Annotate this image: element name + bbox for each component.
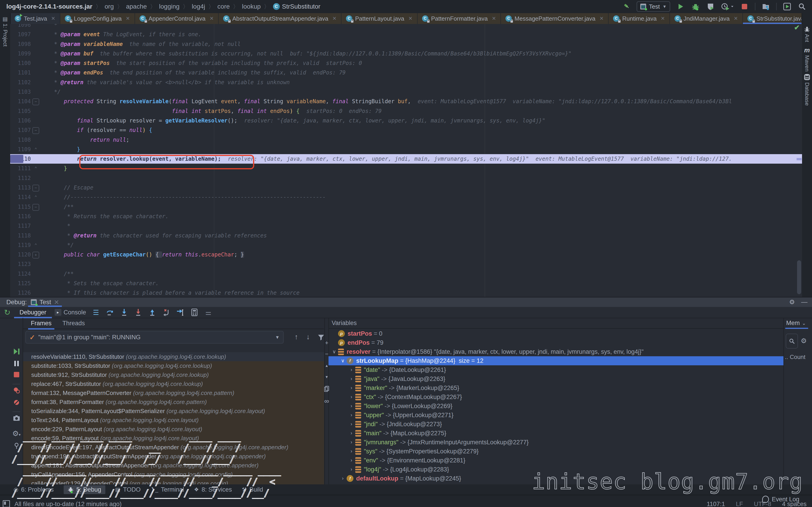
stack-frame[interactable]: append:181, AbstractOutputStreamAppender… (23, 461, 324, 470)
build-hammer-icon[interactable] (622, 2, 631, 11)
tab-console[interactable]: ▸ Console (55, 309, 86, 316)
editor-tab-LoggerConfig.java[interactable]: CLoggerConfig.java✕ (60, 13, 135, 24)
minimize-icon[interactable]: — (801, 298, 807, 306)
fold-marker[interactable]: ⌃ (31, 240, 41, 250)
close-icon[interactable]: ✕ (408, 16, 412, 21)
editor-line-1100[interactable]: 1100 * @param startPos the start positio… (10, 58, 802, 68)
variable-row[interactable]: ›"main" -> {MapLookup@2275} (328, 429, 783, 438)
editor-line-1106[interactable]: 1106 final StrLookup resolver = getVaria… (10, 116, 802, 125)
editor-tab-JndiManager.java[interactable]: CJndiManager.java✕ (670, 13, 743, 24)
editor-line-1123[interactable]: 1123 (10, 260, 802, 269)
run-with-coverage-button[interactable] (706, 2, 715, 11)
editor-line-1097[interactable]: 1097 * @param event The LogEvent, if the… (10, 30, 802, 39)
drop-frame-icon[interactable] (162, 308, 170, 317)
frame-down-icon[interactable]: ↓ (306, 333, 310, 341)
pause-icon[interactable] (14, 360, 19, 367)
breadcrumb-item[interactable]: logging (159, 3, 180, 10)
editor-tab-PatternFormatter.java[interactable]: CPatternFormatter.java✕ (417, 13, 501, 24)
tab-memory[interactable]: Mem⌄ (786, 320, 806, 327)
editor-line-1104[interactable]: 1104− protected String resolveVariable(f… (10, 97, 802, 106)
stop-button[interactable] (740, 2, 749, 11)
tab-frames[interactable]: Frames (31, 320, 52, 327)
fold-marker[interactable]: − (31, 97, 41, 106)
remove-watch-icon[interactable]: − (325, 351, 328, 357)
stack-frame[interactable]: substitute:912, StrSubstitutor (org.apac… (23, 370, 324, 379)
code-editor[interactable]: 1096 *1097 * @param event The LogEvent, … (10, 24, 802, 297)
breadcrumb-root[interactable]: log4j-core-2.14.1-sources.jar (6, 3, 92, 10)
toolwindow-button-8: Services[interactable]: ❖8: Services (194, 486, 232, 493)
editor-line-1098[interactable]: 1098 * @param variableName the name of t… (10, 39, 802, 49)
sidebar-item-maven[interactable]: Maven (804, 55, 810, 71)
run-to-cursor-icon[interactable] (176, 308, 185, 317)
ant-icon[interactable] (804, 26, 810, 32)
rerun-icon[interactable]: ↻ (3, 308, 11, 317)
editor-line-1096[interactable]: 1096 * (10, 24, 802, 30)
toolwindow-button-Build[interactable]: ⚒Build (242, 486, 263, 493)
close-icon[interactable]: ✕ (54, 298, 59, 306)
editor-line-1117[interactable]: 1117 * (10, 221, 802, 231)
breadcrumb-item[interactable]: lookup (242, 3, 261, 10)
search-everywhere-icon[interactable] (798, 2, 807, 11)
step-out-icon[interactable] (148, 308, 156, 317)
editor-tab-AppenderControl.java[interactable]: CAppenderControl.java✕ (135, 13, 219, 24)
fold-marker[interactable]: ⌃ (31, 192, 41, 202)
editor-line-1101[interactable]: 1101 * @param endPos the end position of… (10, 68, 802, 77)
stack-frame[interactable]: substitute:1033, StrSubstitutor (org.apa… (23, 361, 324, 370)
variable-row[interactable]: pstartPos = 0 (328, 329, 783, 338)
close-icon[interactable]: ✕ (126, 16, 130, 21)
memory-search-button[interactable] (786, 334, 798, 349)
breadcrumb-item[interactable]: core (217, 3, 230, 10)
variable-row[interactable]: ›"date" -> {DateLookup@2261} (328, 365, 783, 374)
editor-line-1112[interactable]: 1112 (10, 173, 802, 183)
editor-line-1103[interactable]: 1103 */ (10, 87, 802, 97)
stack-frame[interactable]: toText:244, PatternLayout (org.apache.lo… (23, 415, 324, 425)
editor-tab-Test.java[interactable]: CTest.java✕ (10, 13, 60, 24)
editor-line-1119[interactable]: 1119⌃ */ (10, 240, 802, 250)
fold-marker[interactable]: ⌃ (31, 145, 41, 154)
editor-line-1116[interactable]: 1116 * Returns the escape character. (10, 212, 802, 221)
toolwindows-icon[interactable] (761, 2, 770, 11)
editor-tab-AbstractOutputStreamAppender.java[interactable]: CAbstractOutputStreamAppender.java✕ (219, 13, 342, 24)
variable-row[interactable]: ›"jndi" -> {JndiLookup@2273} (328, 419, 783, 429)
editor-tab-Runtime.java[interactable]: CRuntime.java✕ (609, 13, 670, 24)
thread-dump-camera-icon[interactable] (13, 415, 20, 421)
profiler-button[interactable] (721, 2, 734, 11)
sidebar-item-ant[interactable]: Ant (804, 34, 810, 42)
stack-frame[interactable]: resolveVariable:1110, StrSubstitutor (or… (23, 352, 324, 361)
force-step-into-icon[interactable] (134, 308, 142, 317)
project-tool-icon[interactable]: ▤ (2, 16, 8, 22)
editor-line-1114[interactable]: 1114⌃ //--------------------------------… (10, 192, 802, 202)
pin-icon[interactable] (14, 443, 19, 449)
editor-line-1102[interactable]: 1102 * @return the variable's value or <… (10, 78, 802, 87)
stack-frame[interactable]: callAppender0:129, AppenderControl (org.… (23, 479, 324, 485)
editor-line-1099[interactable]: 1099 * @param buf the buffer where the s… (10, 49, 802, 58)
breadcrumb-current[interactable]: CStrSubstitutor (273, 3, 320, 10)
breadcrumb[interactable]: log4j-core-2.14.1-sources.jar〉org〉apache… (6, 3, 320, 11)
editor-line-1105[interactable]: 1105 final int startPos, final int endPo… (10, 106, 802, 116)
stop-debug-icon[interactable] (14, 372, 19, 378)
variable-row[interactable]: ∨fstrLookupMap = {HashMap@2244} size = 1… (328, 356, 783, 365)
add-watch-icon[interactable]: + (325, 339, 328, 346)
database-icon[interactable] (804, 74, 810, 80)
mute-breakpoints-icon[interactable] (13, 399, 20, 406)
editor-line-1125[interactable]: 1125 * Sets the escape character. (10, 279, 802, 288)
variable-row[interactable]: ›"log4j" -> {Log4jLookup@2283} (328, 465, 783, 474)
stack-frame[interactable]: toSerializable:344, PatternLayout$Patter… (23, 406, 324, 415)
variable-row[interactable]: ›"lower" -> {LowerLookup@2269} (328, 401, 783, 410)
close-icon[interactable]: ✕ (333, 16, 337, 21)
fold-marker[interactable]: − (31, 183, 41, 192)
close-icon[interactable]: ✕ (210, 16, 214, 21)
stack-frame[interactable]: format:38, PatternFormatter (org.apache.… (23, 397, 324, 406)
filter-icon[interactable] (318, 333, 324, 341)
variable-row[interactable]: ›"sys" -> {SystemPropertiesLookup@2279} (328, 447, 783, 456)
resume-icon[interactable] (13, 348, 20, 355)
debug-button[interactable] (691, 2, 700, 11)
editor-scrollbar[interactable] (797, 260, 801, 294)
fold-marker[interactable]: − (31, 125, 41, 135)
maven-icon[interactable]: m (804, 47, 810, 54)
toolwindow-button-Terminal[interactable]: ❯_Terminal (151, 486, 184, 493)
run-configuration-select[interactable]: Test ▼ (637, 1, 670, 12)
editor-line-1107[interactable]: 1107− if (resolver == null) { (10, 125, 802, 135)
breadcrumb-item[interactable]: apache (126, 3, 147, 10)
frame-up-icon[interactable]: ↑ (295, 333, 298, 341)
